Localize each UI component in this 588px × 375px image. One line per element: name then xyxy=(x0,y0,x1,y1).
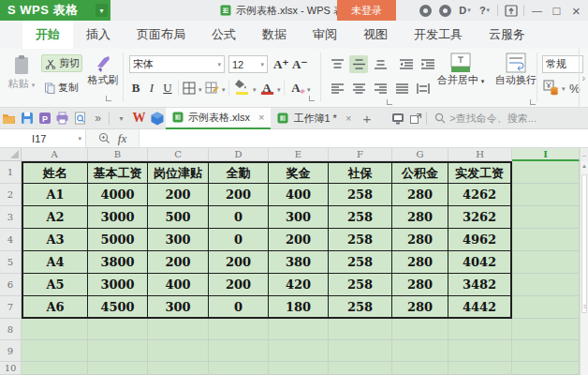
cell[interactable] xyxy=(88,362,148,375)
cell[interactable]: 3262 xyxy=(448,206,512,229)
cell[interactable]: 4042 xyxy=(448,251,512,274)
cell[interactable]: 280 xyxy=(392,206,448,229)
brand-dropdown-icon[interactable]: ▾ xyxy=(96,4,108,17)
cell[interactable] xyxy=(512,296,580,319)
cell[interactable]: 奖金 xyxy=(269,161,329,184)
ribbon-tab-云服务[interactable]: 云服务 xyxy=(476,21,538,49)
cell[interactable] xyxy=(148,362,209,375)
cell[interactable]: 200 xyxy=(209,251,269,274)
cell[interactable]: 280 xyxy=(392,274,448,296)
cell[interactable] xyxy=(448,340,512,362)
cell[interactable]: 200 xyxy=(148,251,209,274)
row-header-10[interactable]: 10 xyxy=(0,362,22,375)
column-header-F[interactable]: F xyxy=(329,148,392,161)
cell[interactable]: A6 xyxy=(22,296,88,319)
cell[interactable] xyxy=(329,362,392,375)
cell[interactable] xyxy=(392,340,448,362)
cell[interactable]: 420 xyxy=(269,274,329,296)
cell[interactable] xyxy=(148,319,209,340)
close-tab-icon[interactable]: × xyxy=(255,112,264,123)
cell[interactable] xyxy=(148,340,209,362)
row-header-9[interactable]: 9 xyxy=(0,340,22,362)
cell[interactable]: 实发工资 xyxy=(448,161,512,184)
row-header-6[interactable]: 6 xyxy=(0,274,22,296)
close-tab-icon[interactable]: × xyxy=(342,112,351,124)
cell[interactable] xyxy=(329,340,392,362)
align-center-button[interactable] xyxy=(349,80,368,98)
ribbon-tab-页面布局[interactable]: 页面布局 xyxy=(124,21,198,49)
chevron-down-icon[interactable]: ▾ xyxy=(78,135,85,142)
cell[interactable]: 258 xyxy=(329,229,392,251)
ribbon-tab-插入[interactable]: 插入 xyxy=(73,21,124,49)
align-bottom-button[interactable] xyxy=(371,55,390,73)
switch-window-icon[interactable] xyxy=(406,108,424,129)
ribbon-tab-审阅[interactable]: 审阅 xyxy=(300,21,350,49)
cell[interactable]: A1 xyxy=(22,184,88,206)
cell[interactable] xyxy=(22,319,88,340)
cell[interactable] xyxy=(448,362,512,375)
cell[interactable] xyxy=(512,362,580,375)
bold-button[interactable]: B xyxy=(128,80,143,97)
cell[interactable]: 3000 xyxy=(88,274,148,296)
font-size-select[interactable]: 12 ▾ xyxy=(228,55,268,73)
cell[interactable]: 200 xyxy=(269,229,329,251)
cell[interactable]: 300 xyxy=(148,229,209,251)
align-top-button[interactable] xyxy=(328,55,346,73)
cell[interactable]: 公积金 xyxy=(392,161,448,184)
cell[interactable] xyxy=(88,340,148,362)
skin-icon[interactable] xyxy=(416,0,435,21)
row-header-4[interactable]: 4 xyxy=(0,229,22,251)
paste-dropdown-icon[interactable]: ▾ xyxy=(32,82,36,88)
wps-presentation-icon[interactable] xyxy=(148,108,166,129)
cell[interactable] xyxy=(512,184,580,206)
cell[interactable] xyxy=(512,319,580,340)
cut-button[interactable]: 剪切 xyxy=(41,54,82,72)
locate-search-icon[interactable] xyxy=(98,132,110,144)
scroll-up-icon[interactable]: ▲ xyxy=(581,163,588,169)
ribbon-tab-开始[interactable]: 开始 xyxy=(22,21,73,49)
cell[interactable] xyxy=(512,161,580,184)
cell[interactable]: 200 xyxy=(209,184,269,206)
align-right-button[interactable] xyxy=(371,80,390,98)
italic-button[interactable]: I xyxy=(145,80,158,97)
draw-border-button[interactable] xyxy=(205,82,219,95)
new-tab-icon[interactable]: + xyxy=(358,108,375,129)
column-header-G[interactable]: G xyxy=(392,148,448,161)
formula-input[interactable] xyxy=(139,129,588,147)
ribbon-tab-公式[interactable]: 公式 xyxy=(198,21,249,49)
chevron-down-icon[interactable]: ▾ xyxy=(562,85,566,93)
cell[interactable]: 4442 xyxy=(448,296,512,319)
grow-font-button[interactable]: A⁺ xyxy=(273,57,288,72)
cell[interactable]: 280 xyxy=(392,296,448,319)
dialog-launcher-icon[interactable] xyxy=(387,99,392,105)
more-commands-icon[interactable]: » xyxy=(89,108,107,129)
cell[interactable]: 180 xyxy=(269,296,329,319)
wps-menu-button[interactable]: S WPS 表格 ▾ xyxy=(0,0,110,21)
cell[interactable]: 400 xyxy=(148,274,209,296)
open-folder-icon[interactable] xyxy=(0,108,18,129)
docer-menu-icon[interactable]: D▾ xyxy=(455,0,475,21)
cell[interactable]: 3000 xyxy=(88,206,148,229)
cell[interactable]: 基本工资 xyxy=(88,161,148,184)
cell[interactable] xyxy=(22,362,88,375)
cell[interactable]: 380 xyxy=(269,251,329,274)
dialog-launcher-icon[interactable] xyxy=(530,99,536,105)
cell[interactable] xyxy=(22,340,88,362)
row-header-5[interactable]: 5 xyxy=(0,251,22,274)
format-painter-button[interactable]: 格式刷 xyxy=(86,54,120,87)
vertical-scrollbar[interactable]: ▲ ≡ xyxy=(580,161,588,375)
wrap-text-button[interactable]: 自动换行 xyxy=(492,52,539,87)
cell[interactable] xyxy=(392,319,448,340)
column-header-E[interactable]: E xyxy=(269,148,329,161)
cell[interactable] xyxy=(448,319,512,340)
scrollbar-thumb[interactable]: ≡ xyxy=(581,174,587,313)
ribbon-tab-数据[interactable]: 数据 xyxy=(249,21,300,49)
row-header-3[interactable]: 3 xyxy=(0,206,22,229)
minimize-icon[interactable]: — xyxy=(527,0,547,21)
align-justify-button[interactable] xyxy=(392,80,411,98)
cell[interactable]: 4000 xyxy=(88,184,148,206)
chevron-down-icon[interactable]: ▾ xyxy=(253,86,257,94)
ribbon-tab-视图[interactable]: 视图 xyxy=(350,21,401,49)
close-icon[interactable]: × xyxy=(566,0,586,21)
cell[interactable]: 0 xyxy=(209,296,269,319)
